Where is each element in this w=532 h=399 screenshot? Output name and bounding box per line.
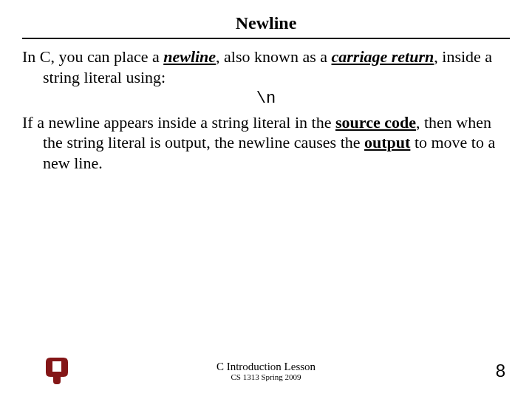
slide-title: Newline — [22, 13, 510, 39]
paragraph-2: If a newline appears inside a string lit… — [22, 112, 510, 174]
page-number: 8 — [496, 361, 505, 381]
term-source-code: source code — [335, 113, 416, 132]
footer-center: C Introduction Lesson CS 1313 Spring 200… — [216, 361, 316, 382]
slide-body: In C, you can place a newline, also know… — [22, 47, 510, 173]
code-newline: \n — [22, 89, 510, 109]
p2-text-a: If a newline appears inside a string lit… — [22, 113, 335, 132]
footer-course-info: CS 1313 Spring 2009 — [216, 372, 316, 381]
footer-lesson-title: C Introduction Lesson — [216, 361, 316, 373]
p1-text-a: In C, you can place a — [22, 47, 163, 66]
term-newline: newline — [163, 47, 216, 66]
slide: Newline In C, you can place a newline, a… — [0, 0, 532, 399]
paragraph-1: In C, you can place a newline, also know… — [22, 47, 510, 87]
ou-logo-icon — [44, 356, 69, 386]
p1-text-b: , also known as a — [216, 47, 331, 66]
term-carriage-return: carriage return — [332, 47, 434, 66]
term-output: output — [364, 133, 410, 151]
footer: C Introduction Lesson CS 1313 Spring 200… — [0, 356, 532, 386]
